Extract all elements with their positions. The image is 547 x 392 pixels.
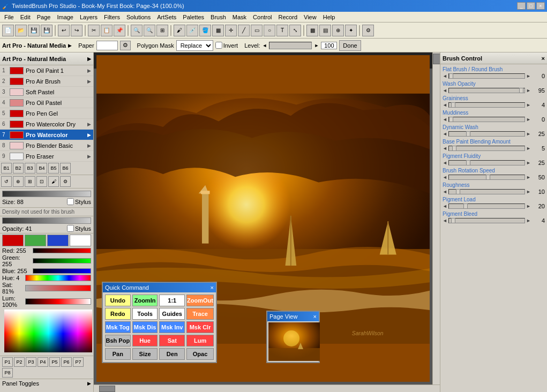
brush-set-expand-icon[interactable]: ▶ [87,56,91,62]
qc-mskclr[interactable]: Msk Clr [186,321,214,333]
brush-item-2[interactable]: 2 Pro Air Brush ▶ [0,76,93,87]
menu-page[interactable]: Page [34,13,54,21]
brush-size-slider[interactable] [2,191,91,197]
dw-right[interactable]: ► [526,131,531,137]
vertical-scrollbar[interactable] [432,52,440,385]
scrollbar-thumb-h[interactable] [99,386,115,392]
wash-right[interactable]: ► [526,88,531,93]
minimize-button[interactable]: _ [517,2,526,10]
qc-close-icon[interactable]: × [211,284,214,291]
grid2-btn[interactable]: ⊡ [36,176,47,187]
canvas-wrapper[interactable]: SarahWilson Quick Command × Undo ZoomIn … [94,52,432,385]
text-btn[interactable]: T [276,25,288,36]
clone-btn[interactable]: ⊕ [332,25,344,36]
menu-help[interactable]: Help [320,13,339,21]
mask-type-select[interactable]: Replace Add Subtract [176,40,213,51]
menu-image[interactable]: Image [54,13,77,21]
qc-zoomout[interactable]: ZoomOut [186,295,214,306]
brush-item-4[interactable]: 4 Pro Oil Pastel [0,97,93,108]
brush-control-close-icon[interactable]: × [542,55,545,62]
pigment-load-slider[interactable] [448,203,525,209]
level-slider[interactable] [269,42,312,49]
sat-slider[interactable] [25,285,91,291]
zoom-in-btn[interactable]: 🔍 [131,25,143,36]
menu-artsets[interactable]: ArtSets [154,13,179,21]
expand-brush-icon[interactable]: ▶ [68,43,72,48]
ellipse-btn[interactable]: ○ [264,25,275,36]
qc-den[interactable]: Den [159,348,185,360]
paint-btn[interactable]: 🖌 [174,25,185,36]
color-swatch-red[interactable] [2,235,24,246]
blue-slider[interactable] [33,268,91,274]
color-palette[interactable] [4,310,92,352]
p3-btn[interactable]: P3 [26,357,36,367]
menu-view[interactable]: View [301,13,320,21]
menu-layers[interactable]: Layers [77,13,101,21]
pv-close-icon[interactable]: × [313,313,317,320]
canvas-painting[interactable]: SarahWilson Quick Command × Undo ZoomIn … [96,55,430,382]
p6-btn[interactable]: P6 [61,357,72,367]
paste-btn[interactable]: 📌 [114,25,125,36]
save-btn[interactable]: 💾 [28,25,40,36]
horizontal-scrollbar[interactable] [94,385,440,392]
qc-undo[interactable]: Undo [105,295,131,306]
muddy-left[interactable]: ◄ [443,117,447,122]
brush-rotation-slider[interactable] [448,175,525,180]
menu-record[interactable]: Record [275,13,301,21]
fill-btn[interactable]: 🪣 [199,25,211,36]
hue-slider[interactable] [25,275,91,281]
invert-checkbox-label[interactable]: Invert [215,42,238,49]
brs-right[interactable]: ► [526,175,531,180]
pigment-fluidity-slider[interactable] [448,160,525,165]
qc-guides[interactable]: Guides [159,308,185,320]
opacity-bar[interactable] [2,217,91,224]
pl-left[interactable]: ◄ [443,203,447,209]
brush-item-5[interactable]: 5 Pro Pen Gel [0,108,93,119]
qc-opac[interactable]: Opac [186,348,214,360]
b1-btn[interactable]: B1 [1,163,12,174]
color-swatch-white[interactable] [70,235,91,246]
qc-1to1[interactable]: 1:1 [159,295,185,306]
opacity-stylus-label[interactable]: Stylus [67,225,91,232]
qc-sat[interactable]: Sat [159,335,185,346]
titlebar-controls[interactable]: _ □ × [517,2,545,10]
brush-item-3[interactable]: 3 Soft Pastel [0,87,93,97]
paint-tool-btn[interactable]: 🖌 [48,176,59,187]
brush-item-9[interactable]: 9 Pro Eraser ▶ [0,151,93,162]
stylus-checkbox[interactable] [67,198,74,205]
b3-btn[interactable]: B3 [25,163,35,174]
b6-btn[interactable]: B6 [60,163,71,174]
menu-mask[interactable]: Mask [229,13,250,21]
flat-round-right-arrow[interactable]: ► [526,73,531,79]
b2-btn[interactable]: B2 [13,163,24,174]
level-left-arrow[interactable]: ◄ [263,43,267,48]
flat-round-left-arrow[interactable]: ◄ [443,73,447,79]
brush-item-6[interactable]: 6 Pro Watercolor Dry ▶ [0,119,93,130]
redo-btn[interactable]: ↪ [71,25,83,36]
settings-tool-btn[interactable]: ⚙ [60,176,71,187]
color-swatch-blue[interactable] [47,235,69,246]
brush-item-1[interactable]: 1 Pro Oil Paint 1 ▶ [0,65,93,76]
qc-pan[interactable]: Pan [105,348,131,360]
qc-mskinv[interactable]: Msk Inv [159,321,185,333]
pattern-btn[interactable]: ▩ [306,25,318,36]
copy-btn[interactable]: 📋 [101,25,113,36]
brush-item-7[interactable]: 7 Pro Watercolor ▶ [0,130,93,140]
menu-filters[interactable]: Filters [101,13,123,21]
menu-palettes[interactable]: Palettes [179,13,207,21]
muddiness-slider[interactable] [448,117,525,122]
open-btn[interactable]: 📂 [15,25,27,36]
level-right-arrow[interactable]: ► [314,43,319,48]
qc-hue[interactable]: Hue [132,335,158,346]
qc-redo[interactable]: Redo [105,308,131,320]
scrollbar-thumb-v[interactable] [433,54,440,64]
p1-btn[interactable]: P1 [2,357,13,367]
p7-btn[interactable]: P7 [73,357,84,367]
green-slider[interactable] [33,258,91,263]
done-button[interactable]: Done [339,40,361,51]
maximize-button[interactable]: □ [527,2,535,10]
texture-btn[interactable]: ▤ [319,25,331,36]
menu-file[interactable]: File [1,13,17,21]
save-as-btn[interactable]: 💾 [41,25,53,36]
transform-btn[interactable]: ⤡ [289,25,301,36]
